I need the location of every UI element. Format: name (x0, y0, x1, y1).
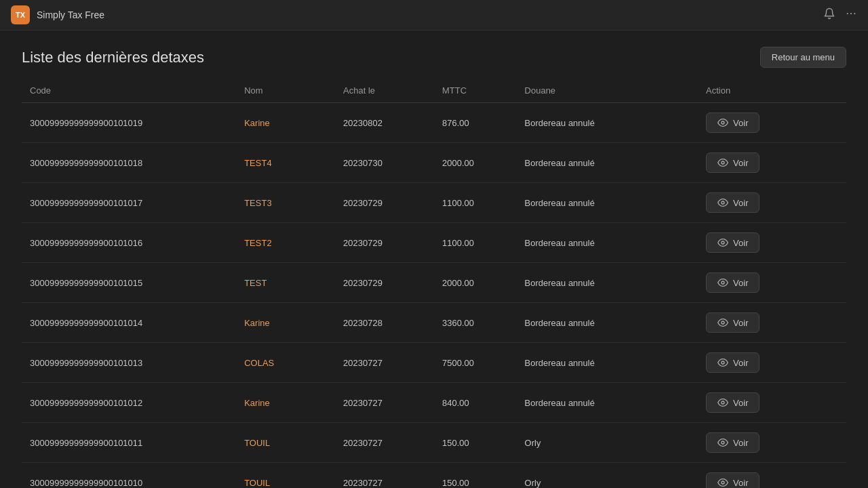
cell-douane: Bordereau annulé (517, 183, 698, 223)
voir-button[interactable]: Voir (706, 192, 760, 213)
table-row: 30009999999999900101016 TEST2 20230729 1… (22, 223, 846, 263)
detaxes-table: Code Nom Achat le MTTC Douane Action 300… (22, 79, 846, 488)
cell-code: 30009999999999900101016 (22, 223, 236, 263)
app-title: Simply Tax Free (37, 9, 104, 20)
voir-label: Voir (733, 358, 748, 368)
cell-mttc: 150.00 (434, 423, 517, 463)
col-header-action: Action (698, 79, 846, 103)
cell-action: Voir (698, 183, 846, 223)
eye-icon (717, 117, 728, 128)
cell-action: Voir (698, 103, 846, 143)
svg-point-10 (722, 401, 724, 404)
col-header-nom: Nom (236, 79, 335, 103)
voir-button[interactable]: Voir (706, 352, 760, 373)
table-row: 30009999999999900101013 COLAS 20230727 7… (22, 343, 846, 383)
voir-button[interactable]: Voir (706, 272, 760, 293)
cell-mttc: 876.00 (434, 103, 517, 143)
cell-code: 30009999999999900101018 (22, 143, 236, 183)
voir-label: Voir (733, 118, 748, 128)
cell-code: 30009999999999900101014 (22, 303, 236, 343)
table-row: 30009999999999900101014 Karine 20230728 … (22, 303, 846, 343)
voir-label: Voir (733, 398, 748, 408)
cell-mttc: 2000.00 (434, 143, 517, 183)
cell-nom: COLAS (236, 343, 335, 383)
cell-action: Voir (698, 423, 846, 463)
cell-action: Voir (698, 143, 846, 183)
cell-douane: Bordereau annulé (517, 343, 698, 383)
eye-icon (717, 197, 728, 208)
voir-button[interactable]: Voir (706, 312, 760, 333)
voir-label: Voir (733, 318, 748, 328)
svg-point-0 (847, 13, 848, 14)
svg-point-12 (722, 481, 724, 484)
more-menu-icon[interactable] (845, 7, 857, 22)
voir-button[interactable]: Voir (706, 113, 760, 133)
cell-code: 30009999999999900101019 (22, 103, 236, 143)
cell-douane: Bordereau annulé (517, 223, 698, 263)
eye-icon (717, 477, 728, 488)
voir-button[interactable]: Voir (706, 432, 760, 453)
col-header-code: Code (22, 79, 236, 103)
cell-achat: 20230730 (335, 143, 434, 183)
table-row: 30009999999999900101019 Karine 20230802 … (22, 103, 846, 143)
cell-code: 30009999999999900101015 (22, 263, 236, 303)
cell-douane: Orly (517, 423, 698, 463)
svg-point-4 (722, 161, 724, 164)
cell-nom: Karine (236, 303, 335, 343)
cell-nom: Karine (236, 383, 335, 423)
cell-nom: TEST2 (236, 223, 335, 263)
cell-code: 30009999999999900101017 (22, 183, 236, 223)
svg-point-5 (722, 201, 724, 204)
cell-douane: Bordereau annulé (517, 383, 698, 423)
detaxes-table-container: Code Nom Achat le MTTC Douane Action 300… (0, 79, 868, 488)
cell-douane: Bordereau annulé (517, 263, 698, 303)
cell-mttc: 150.00 (434, 463, 517, 489)
svg-point-8 (722, 321, 724, 324)
cell-achat: 20230727 (335, 343, 434, 383)
table-row: 30009999999999900101011 TOUIL 20230727 1… (22, 423, 846, 463)
voir-button[interactable]: Voir (706, 392, 760, 413)
cell-mttc: 7500.00 (434, 343, 517, 383)
voir-label: Voir (733, 238, 748, 248)
eye-icon (717, 237, 728, 248)
col-header-achat: Achat le (335, 79, 434, 103)
cell-nom: TEST (236, 263, 335, 303)
eye-icon (717, 437, 728, 448)
cell-achat: 20230727 (335, 383, 434, 423)
svg-point-1 (850, 13, 852, 14)
voir-button[interactable]: Voir (706, 152, 760, 173)
table-row: 30009999999999900101017 TEST3 20230729 1… (22, 183, 846, 223)
cell-mttc: 2000.00 (434, 263, 517, 303)
svg-point-6 (722, 241, 724, 244)
cell-achat: 20230727 (335, 463, 434, 489)
app-header: TX Simply Tax Free (0, 0, 868, 30)
cell-mttc: 1100.00 (434, 183, 517, 223)
svg-point-2 (854, 13, 855, 14)
voir-label: Voir (733, 438, 748, 448)
voir-button[interactable]: Voir (706, 232, 760, 253)
eye-icon (717, 157, 728, 168)
voir-button[interactable]: Voir (706, 472, 760, 488)
svg-point-9 (722, 361, 724, 364)
col-header-douane: Douane (517, 79, 698, 103)
eye-icon (717, 277, 728, 288)
cell-douane: Bordereau annulé (517, 303, 698, 343)
header-right (823, 7, 857, 22)
col-header-mttc: MTTC (434, 79, 517, 103)
cell-action: Voir (698, 263, 846, 303)
notification-icon[interactable] (823, 7, 835, 22)
cell-action: Voir (698, 303, 846, 343)
table-row: 30009999999999900101015 TEST 20230729 20… (22, 263, 846, 303)
cell-achat: 20230727 (335, 423, 434, 463)
cell-action: Voir (698, 383, 846, 423)
voir-label: Voir (733, 158, 748, 168)
cell-achat: 20230802 (335, 103, 434, 143)
table-row: 30009999999999900101018 TEST4 20230730 2… (22, 143, 846, 183)
table-header-row: Code Nom Achat le MTTC Douane Action (22, 79, 846, 103)
cell-code: 30009999999999900101012 (22, 383, 236, 423)
back-to-menu-button[interactable]: Retour au menu (760, 47, 846, 68)
eye-icon (717, 357, 728, 368)
cell-achat: 20230728 (335, 303, 434, 343)
cell-nom: Karine (236, 103, 335, 143)
cell-action: Voir (698, 343, 846, 383)
